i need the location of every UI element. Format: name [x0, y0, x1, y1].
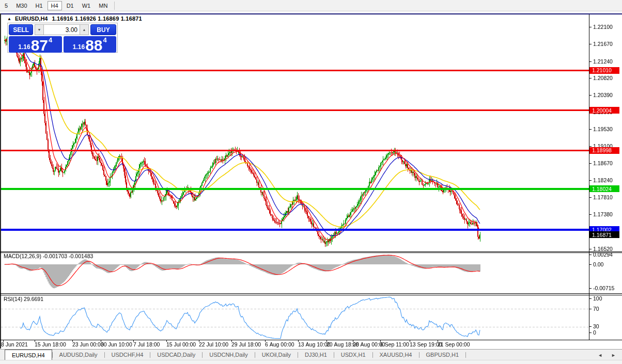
- symbol-tab-bar: EURUSD,H4 AUDUSD,Daily USDCHF,H4 USDCAD,…: [0, 349, 622, 360]
- tab-ukoil-daily[interactable]: UKOil,Daily: [255, 350, 298, 360]
- toolbar-separator: [114, 2, 115, 10]
- status-strip: [0, 360, 622, 364]
- buy-button[interactable]: BUY: [90, 24, 116, 35]
- timeframe-d1[interactable]: D1: [63, 1, 77, 10]
- chart-canvas[interactable]: [0, 0, 622, 364]
- chart-title-row: ▲ EURUSD,H4 1.16916 1.16926 1.16869 1.16…: [1, 14, 588, 23]
- bid-price-sup: 4: [49, 36, 52, 44]
- tab-usdx-h1[interactable]: USDX,H1: [334, 350, 372, 360]
- ask-price-prefix: 1.16: [73, 43, 85, 51]
- ask-price-box[interactable]: 1.16 88 4: [64, 36, 117, 53]
- ask-price-sup: 4: [103, 36, 107, 44]
- tab-gbpusd-h1[interactable]: GBPUSD,H1: [419, 350, 466, 360]
- tab-usdchf-h4[interactable]: USDCHF,H4: [105, 350, 150, 360]
- chart-symbol-title: EURUSD,H4: [15, 15, 48, 22]
- timeframe-w1[interactable]: W1: [79, 1, 95, 10]
- timeframe-mn[interactable]: MN: [95, 1, 111, 10]
- bid-price-prefix: 1.16: [18, 43, 30, 51]
- timeframe-toolbar: 5 M30 H1 H4 D1 W1 MN: [0, 0, 622, 11]
- tab-audusd-daily[interactable]: AUDUSD,Daily: [53, 350, 104, 360]
- ask-price-big: 88: [85, 39, 102, 52]
- timeframe-h1[interactable]: H1: [32, 1, 46, 10]
- collapse-panel-icon[interactable]: ▲: [7, 17, 11, 21]
- tab-scroll-arrows: ◄ ►: [598, 350, 616, 360]
- tab-scroll-left-icon[interactable]: ◄: [598, 353, 602, 358]
- tab-separator: [465, 352, 466, 358]
- sell-button[interactable]: SELL: [9, 24, 33, 35]
- tab-usdcnh-daily[interactable]: USDCNH,Daily: [203, 350, 255, 360]
- timeframe-h4[interactable]: H4: [48, 1, 62, 10]
- volume-input[interactable]: [44, 24, 80, 35]
- macd-indicator-label: MACD(12,26,9) -0.001703 -0.001483: [4, 253, 93, 259]
- tab-scroll-right-icon[interactable]: ►: [611, 353, 616, 358]
- volume-stepper: ▼ ▲: [35, 24, 89, 35]
- tab-xauusd-h4[interactable]: XAUUSD,H4: [373, 350, 419, 360]
- timeframe-m5[interactable]: 5: [1, 1, 11, 10]
- tab-dj30-h1[interactable]: DJ30,H1: [298, 350, 334, 360]
- volume-down-icon[interactable]: ▼: [35, 24, 44, 35]
- timeframe-m30[interactable]: M30: [12, 1, 30, 10]
- one-click-trade-panel: SELL ▼ ▲ BUY 1.16 87 4 1.16 88 4: [7, 23, 118, 53]
- rsi-indicator-label: RSI(14) 29.6691: [4, 296, 43, 302]
- terminal-window: 5 M30 H1 H4 D1 W1 MN ▲ EURUSD,H4 1.16916…: [0, 0, 622, 364]
- tab-eurusd-h4[interactable]: EURUSD,H4: [5, 350, 52, 360]
- bid-price-box[interactable]: 1.16 87 4: [9, 36, 62, 53]
- chart-ohlc-values: 1.16916 1.16926 1.16869 1.16871: [52, 15, 142, 22]
- tab-usdcad-daily[interactable]: USDCAD,Daily: [150, 350, 202, 360]
- volume-up-icon[interactable]: ▲: [80, 24, 89, 35]
- bid-price-big: 87: [31, 39, 48, 52]
